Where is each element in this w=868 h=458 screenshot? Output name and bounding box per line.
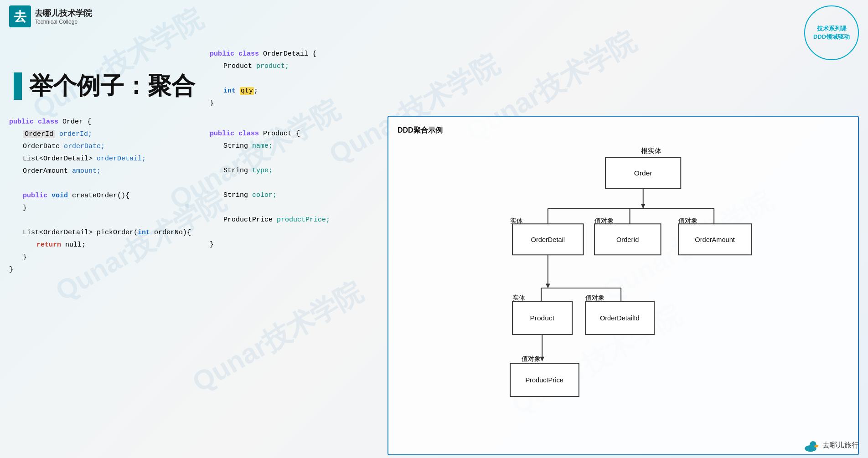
code-line: ProductPrice productPrice;	[210, 214, 374, 226]
logo-area: 去 去哪儿技术学院 Technical College	[9, 5, 92, 27]
svg-text:去: 去	[14, 10, 27, 24]
code-block-orderdetail: public class OrderDetail { Product produ…	[210, 48, 374, 109]
logo-icon: 去	[9, 5, 31, 27]
label-entity-2: 实体	[512, 294, 525, 301]
label-orderdetailid: OrderDetailId	[600, 314, 640, 322]
arrowhead-orderdetail-down	[546, 283, 550, 288]
label-root-entity: 根实体	[641, 147, 661, 154]
badge-line2: DDD领域驱动	[813, 33, 850, 41]
label-valueobj-4: 值对象	[522, 355, 541, 362]
code-line: }	[210, 238, 374, 251]
label-valueobj-1: 值对象	[594, 217, 614, 224]
code-line: public class Order {	[9, 116, 374, 128]
title-accent-bar	[14, 72, 22, 100]
code-line: String color;	[210, 189, 374, 201]
footer: 去哪儿旅行	[802, 437, 859, 453]
logo-en: Technical College	[35, 19, 92, 25]
code-line: public class Product {	[210, 128, 374, 140]
arrowhead-product-down	[540, 357, 544, 361]
title-section: 举个例子：聚合	[0, 66, 868, 107]
diagram-svg: 根实体 Order 实体 值对象 值对象 OrderD	[398, 135, 849, 445]
code-line: Product product;	[210, 60, 374, 72]
arrowhead-order-down	[641, 204, 646, 209]
label-orderid: OrderId	[616, 236, 639, 243]
label-productprice: ProductPrice	[525, 376, 563, 384]
code-line: int qty;	[210, 85, 374, 97]
main-content: public class Order { OrderId orderId; Or…	[0, 116, 868, 455]
header: 去 去哪儿技术学院 Technical College 技术系列课 DDD领域驱…	[0, 0, 868, 66]
label-valueobj-3: 值对象	[585, 294, 604, 301]
page-title: 举个例子：聚合	[29, 70, 195, 102]
label-orderamount: OrderAmount	[695, 236, 734, 243]
label-orderdetail: OrderDetail	[531, 236, 565, 243]
code-section: public class Order { OrderId orderId; Or…	[9, 116, 374, 455]
badge-line1: 技术系列课	[817, 25, 847, 33]
footer-text: 去哪儿旅行	[822, 441, 859, 450]
code-line: public class OrderDetail {	[210, 48, 374, 60]
top-right-badge: 技术系列课 DDD领域驱动	[804, 5, 859, 60]
logo-cn: 去哪儿技术学院	[35, 8, 92, 19]
code-block-product: public class Product { String name; Stri…	[210, 128, 374, 251]
code-line: }	[210, 97, 374, 109]
code-line: String name;	[210, 140, 374, 152]
label-product: Product	[530, 314, 554, 322]
code-line: }	[9, 251, 374, 263]
label-entity-1: 实体	[510, 217, 523, 224]
diagram-title: DDD聚合示例	[398, 126, 443, 134]
label-valueobj-2: 值对象	[678, 217, 698, 224]
logo-text: 去哪儿技术学院 Technical College	[35, 8, 92, 25]
label-order: Order	[634, 169, 652, 177]
footer-logo-icon	[802, 437, 819, 453]
code-line: }	[9, 263, 374, 276]
code-line: String type;	[210, 165, 374, 177]
diagram-section: DDD聚合示例 根实体 Order 实体	[388, 116, 859, 455]
